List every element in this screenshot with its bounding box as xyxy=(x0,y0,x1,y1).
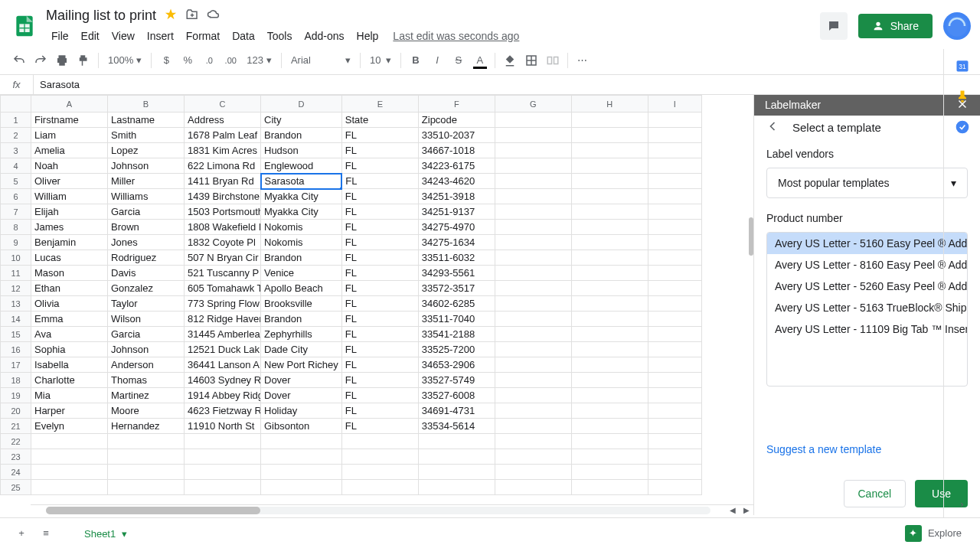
cell[interactable]: Johnson xyxy=(108,342,185,357)
cell[interactable]: Charlotte xyxy=(31,373,108,388)
column-header[interactable]: I xyxy=(648,96,701,113)
scroll-right-icon[interactable]: ▶ xyxy=(740,505,753,516)
cell[interactable]: FL xyxy=(341,158,418,174)
cell[interactable]: Evelyn xyxy=(31,419,108,434)
cell[interactable]: 33534-5614 xyxy=(418,419,495,434)
vertical-scrollbar[interactable] xyxy=(749,217,753,256)
cell[interactable]: 1503 Portsmouth xyxy=(185,204,261,220)
row-header[interactable]: 8 xyxy=(1,220,31,235)
cell[interactable]: 34251-9137 xyxy=(418,204,495,220)
cell[interactable]: 34223-6175 xyxy=(418,158,495,174)
cell[interactable] xyxy=(185,465,261,480)
cell[interactable]: 34251-3918 xyxy=(418,189,495,204)
cell[interactable] xyxy=(495,465,571,480)
cell[interactable] xyxy=(648,189,701,204)
cell[interactable] xyxy=(495,204,571,220)
row-header[interactable]: 2 xyxy=(1,128,31,143)
cell[interactable]: 605 Tomahawk T xyxy=(185,281,261,296)
fill-color-button[interactable] xyxy=(500,51,520,70)
cell[interactable]: Rodriguez xyxy=(108,250,185,266)
cell[interactable]: Firstname xyxy=(31,113,108,128)
cell[interactable] xyxy=(495,342,571,357)
cell[interactable]: Dover xyxy=(261,373,342,388)
cell[interactable] xyxy=(495,113,571,128)
cell[interactable]: FL xyxy=(341,220,418,235)
cell[interactable]: Ava xyxy=(31,327,108,342)
text-color-button[interactable]: A xyxy=(470,51,490,70)
cell[interactable] xyxy=(341,434,418,449)
cell[interactable]: Wilson xyxy=(108,312,185,327)
cell[interactable]: Thomas xyxy=(108,373,185,388)
cell[interactable]: FL xyxy=(341,419,418,434)
last-edit-link[interactable]: Last edit was seconds ago xyxy=(393,30,519,42)
cell[interactable]: Amelia xyxy=(31,143,108,158)
column-header[interactable]: G xyxy=(495,96,571,113)
cell[interactable]: 507 N Bryan Cir xyxy=(185,250,261,266)
cell[interactable] xyxy=(571,266,648,281)
cell[interactable]: 33510-2037 xyxy=(418,128,495,143)
suggest-template-link[interactable]: Suggest a new template xyxy=(766,443,881,455)
menu-format[interactable]: Format xyxy=(181,27,225,45)
cell[interactable]: Venice xyxy=(261,266,342,281)
cell[interactable]: Benjamin xyxy=(31,235,108,250)
row-header[interactable]: 1 xyxy=(1,113,31,128)
row-header[interactable]: 12 xyxy=(1,281,31,296)
cell[interactable]: State xyxy=(341,113,418,128)
cell[interactable]: 1832 Coyote Pl xyxy=(185,235,261,250)
column-header[interactable]: D xyxy=(261,96,342,113)
cell[interactable]: Sarasota xyxy=(261,174,342,189)
cell[interactable] xyxy=(571,388,648,403)
cell[interactable]: 12521 Duck Lak xyxy=(185,342,261,357)
cell[interactable] xyxy=(495,327,571,342)
cell[interactable] xyxy=(571,480,648,495)
row-header[interactable]: 19 xyxy=(1,388,31,403)
row-header[interactable]: 3 xyxy=(1,143,31,158)
cell[interactable]: 33511-7040 xyxy=(418,312,495,327)
menu-file[interactable]: File xyxy=(46,27,74,45)
cell[interactable]: 11910 North St xyxy=(185,419,261,434)
all-sheets-button[interactable]: ≡ xyxy=(34,521,58,546)
cell[interactable] xyxy=(341,465,418,480)
cell[interactable]: Address xyxy=(185,113,261,128)
cell[interactable] xyxy=(571,143,648,158)
cell[interactable]: Taylor xyxy=(108,296,185,312)
cell[interactable] xyxy=(31,480,108,495)
cell[interactable]: 34691-4731 xyxy=(418,403,495,419)
cell[interactable] xyxy=(108,465,185,480)
cell[interactable] xyxy=(648,419,701,434)
cell[interactable] xyxy=(571,113,648,128)
cell[interactable] xyxy=(571,128,648,143)
product-list-item[interactable]: Avery US Letter - 8160 Easy Peel ® Addre xyxy=(767,254,967,276)
cell[interactable] xyxy=(648,327,701,342)
cell[interactable] xyxy=(571,434,648,449)
cell[interactable] xyxy=(495,281,571,296)
column-header[interactable]: H xyxy=(571,96,648,113)
row-header[interactable]: 6 xyxy=(1,189,31,204)
column-header[interactable]: E xyxy=(341,96,418,113)
cell[interactable]: FL xyxy=(341,266,418,281)
cell[interactable]: Myakka City xyxy=(261,189,342,204)
row-header[interactable]: 10 xyxy=(1,250,31,266)
cell[interactable] xyxy=(495,357,571,373)
cell[interactable]: FL xyxy=(341,189,418,204)
cell[interactable]: Mason xyxy=(31,266,108,281)
calendar-icon[interactable]: 31 xyxy=(955,58,970,73)
cell[interactable] xyxy=(31,465,108,480)
cell[interactable] xyxy=(648,250,701,266)
cell[interactable] xyxy=(495,250,571,266)
cell[interactable]: 33525-7200 xyxy=(418,342,495,357)
cell[interactable]: 36441 Lanson A xyxy=(185,357,261,373)
cell[interactable]: Zephyrhills xyxy=(261,327,342,342)
cell[interactable]: Olivia xyxy=(31,296,108,312)
cell[interactable] xyxy=(648,158,701,174)
more-button[interactable]: ⋯ xyxy=(573,51,593,70)
cell[interactable] xyxy=(108,449,185,465)
cell[interactable] xyxy=(571,465,648,480)
cell[interactable]: FL xyxy=(341,373,418,388)
cell[interactable]: 622 Limona Rd xyxy=(185,158,261,174)
cell[interactable]: New Port Richey xyxy=(261,357,342,373)
cell[interactable]: 14603 Sydney R xyxy=(185,373,261,388)
cell[interactable]: Gibsonton xyxy=(261,419,342,434)
cell[interactable]: 1831 Kim Acres xyxy=(185,143,261,158)
borders-button[interactable] xyxy=(521,51,541,70)
